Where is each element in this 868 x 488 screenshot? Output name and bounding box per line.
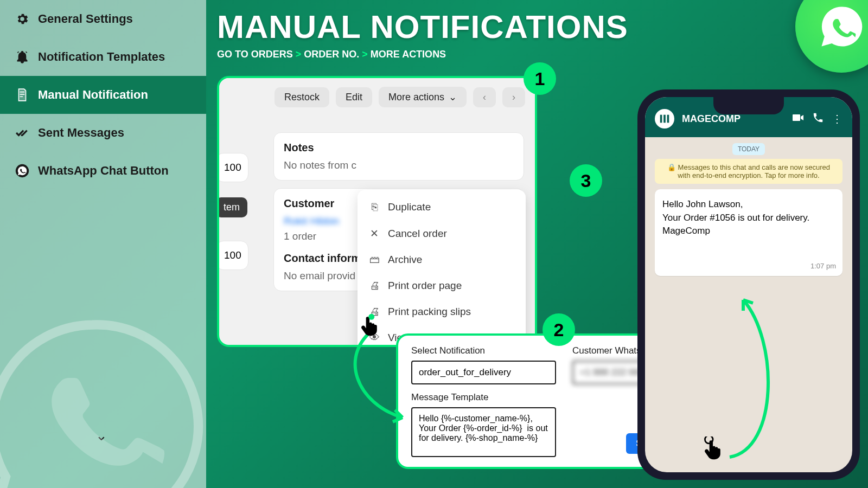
svg-rect-0 (19, 89, 26, 101)
bell-icon (15, 50, 29, 64)
sidebar-label: Sent Messages (38, 126, 124, 140)
menu-label: Print order page (388, 280, 462, 292)
sidebar-item-general-settings[interactable]: General Settings (0, 0, 206, 38)
menu-cancel-order[interactable]: ✕Cancel order (358, 220, 526, 247)
kebab-menu-icon[interactable]: ⋮ (832, 112, 843, 125)
date-divider: TODAY (655, 144, 843, 153)
card-title: Notes (284, 142, 514, 154)
flow-arrow-icon (348, 323, 424, 431)
breadcrumb-part: ORDER NO. (304, 49, 359, 60)
sidebar-item-whatsapp-chat-button[interactable]: WhatsApp Chat Button (0, 152, 206, 190)
duplicate-icon: ⎘ (368, 201, 380, 213)
breadcrumb-part: GO TO ORDERS (217, 49, 293, 60)
archive-icon: 🗃 (368, 254, 380, 266)
message-template-textarea[interactable]: Hello {%-customer_name-%}, Your Order {%… (411, 407, 556, 457)
phone-notch (713, 97, 784, 114)
menu-archive[interactable]: 🗃Archive (358, 247, 526, 273)
orders-admin-panel: Restock Edit More actions ⌄ ‹ › ••• 100 … (217, 76, 537, 347)
card-body: No notes from c (284, 159, 514, 171)
page-title: MANUAL NOTIFICATIONS (217, 8, 860, 46)
sidebar-label: Notification Templates (38, 50, 165, 64)
svg-rect-3 (663, 115, 666, 123)
menu-label: Cancel order (388, 228, 447, 240)
sidebar-item-sent-messages[interactable]: Sent Messages (0, 114, 206, 152)
document-icon (15, 88, 29, 102)
print-icon: 🖨 (368, 280, 380, 292)
message-bubble: Hello John Lawson, Your Order #1056 is o… (655, 189, 843, 276)
edit-button[interactable]: Edit (336, 87, 372, 107)
whatsapp-icon (15, 164, 29, 178)
qty-stub: 100 (217, 153, 248, 182)
breadcrumb-sep: > (296, 49, 302, 60)
svg-point-5 (368, 314, 374, 320)
menu-label: Print packing slips (388, 306, 471, 318)
sidebar: General Settings Notification Templates … (0, 0, 206, 488)
more-actions-dropdown[interactable]: More actions ⌄ (379, 87, 467, 107)
menu-duplicate[interactable]: ⎘Duplicate (358, 194, 526, 220)
next-order-button[interactable]: › (502, 87, 525, 107)
breadcrumb-sep: > (362, 49, 368, 60)
sidebar-item-manual-notification[interactable]: Manual Notification (0, 76, 206, 114)
menu-label: Duplicate (388, 201, 431, 213)
notes-card: Notes No notes from c (273, 132, 524, 181)
menu-print-packing[interactable]: 🖨Print packing slips (358, 299, 526, 325)
more-actions-label: More actions (388, 92, 444, 103)
gear-icon (15, 12, 29, 26)
step-badge-2: 2 (542, 313, 575, 346)
video-call-icon[interactable] (792, 111, 805, 127)
brand-avatar (655, 109, 674, 129)
double-check-icon (15, 126, 29, 140)
qty-stub: 100 (217, 241, 248, 270)
menu-print-order[interactable]: 🖨Print order page (358, 273, 526, 299)
encryption-notice: 🔒 Messages to this chat and calls are no… (655, 159, 843, 184)
svg-rect-4 (667, 115, 669, 123)
cursor-hand-icon (358, 313, 382, 337)
chat-title: MAGECOMP (682, 113, 784, 125)
breadcrumb: GO TO ORDERS > ORDER NO. > MORE ACTIONS (217, 49, 860, 60)
step-badge-3: 3 (570, 164, 602, 197)
message-time: 1:07 pm (810, 261, 836, 272)
svg-point-6 (705, 436, 713, 444)
close-icon: ✕ (368, 227, 380, 240)
select-notification-label: Select Notification (411, 345, 556, 356)
restock-button[interactable]: Restock (275, 87, 329, 107)
message-text: Hello John Lawson, Your Order #1056 is o… (662, 199, 809, 236)
item-button[interactable]: tem (217, 197, 247, 217)
breadcrumb-part: MORE ACTIONS (371, 49, 446, 60)
sidebar-label: General Settings (38, 12, 133, 26)
message-template-label: Message Template (411, 392, 556, 403)
voice-call-icon[interactable] (812, 112, 824, 126)
prev-order-button[interactable]: ‹ (473, 87, 496, 107)
cursor-hand-icon (701, 436, 725, 460)
sidebar-item-notification-templates[interactable]: Notification Templates (0, 38, 206, 76)
whatsapp-watermark-icon (0, 301, 217, 488)
select-notification-input[interactable] (411, 361, 556, 384)
main-area: MANUAL NOTIFICATIONS GO TO ORDERS > ORDE… (217, 8, 860, 488)
sidebar-label: WhatsApp Chat Button (38, 164, 169, 178)
svg-rect-2 (660, 115, 662, 123)
step-badge-1: 1 (524, 62, 556, 95)
flow-arrow-icon (719, 292, 784, 471)
chevron-down-icon: ⌄ (449, 91, 457, 103)
sidebar-label: Manual Notification (38, 88, 148, 102)
menu-label: Archive (388, 254, 422, 266)
